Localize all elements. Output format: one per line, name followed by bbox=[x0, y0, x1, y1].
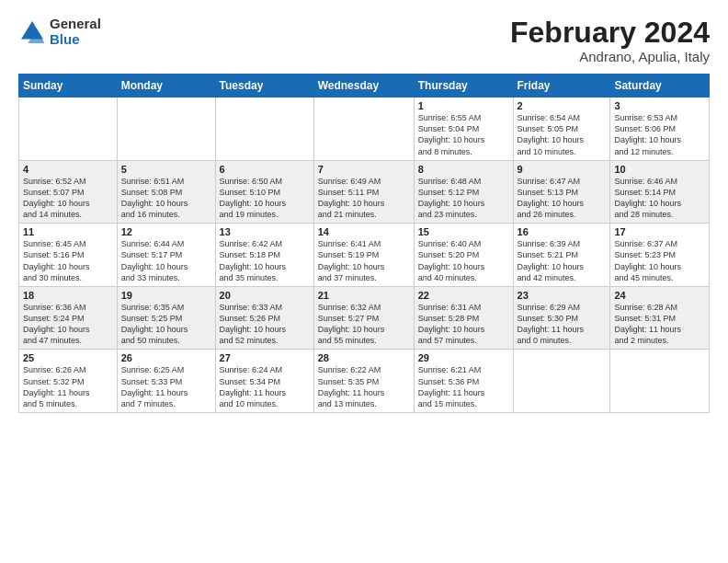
table-row: 16Sunrise: 6:39 AM Sunset: 5:21 PM Dayli… bbox=[513, 224, 610, 287]
day-number: 23 bbox=[518, 290, 607, 301]
day-number: 15 bbox=[418, 226, 509, 237]
day-info: Sunrise: 6:55 AM Sunset: 5:04 PM Dayligh… bbox=[418, 112, 509, 157]
table-row: 13Sunrise: 6:42 AM Sunset: 5:18 PM Dayli… bbox=[215, 224, 313, 287]
table-row: 17Sunrise: 6:37 AM Sunset: 5:23 PM Dayli… bbox=[610, 224, 710, 287]
logo: General Blue bbox=[18, 17, 101, 47]
table-row: 20Sunrise: 6:33 AM Sunset: 5:26 PM Dayli… bbox=[215, 286, 313, 350]
table-row: 19Sunrise: 6:35 AM Sunset: 5:25 PM Dayli… bbox=[117, 286, 215, 350]
day-number: 7 bbox=[318, 164, 410, 175]
table-row: 18Sunrise: 6:36 AM Sunset: 5:24 PM Dayli… bbox=[19, 286, 118, 350]
day-info: Sunrise: 6:33 AM Sunset: 5:26 PM Dayligh… bbox=[220, 302, 310, 347]
day-number: 4 bbox=[23, 164, 113, 175]
table-row: 2Sunrise: 6:54 AM Sunset: 5:05 PM Daylig… bbox=[513, 98, 610, 161]
page: General Blue February 2024 Andrano, Apul… bbox=[0, 0, 728, 563]
day-number: 5 bbox=[121, 164, 211, 175]
table-row: 23Sunrise: 6:29 AM Sunset: 5:30 PM Dayli… bbox=[513, 286, 610, 350]
table-row: 5Sunrise: 6:51 AM Sunset: 5:08 PM Daylig… bbox=[117, 160, 215, 224]
table-row: 22Sunrise: 6:31 AM Sunset: 5:28 PM Dayli… bbox=[414, 286, 513, 350]
table-row bbox=[117, 98, 215, 161]
day-number: 6 bbox=[220, 164, 310, 175]
calendar-week-row: 11Sunrise: 6:45 AM Sunset: 5:16 PM Dayli… bbox=[19, 224, 710, 287]
table-row: 14Sunrise: 6:41 AM Sunset: 5:19 PM Dayli… bbox=[313, 224, 414, 287]
table-row: 27Sunrise: 6:24 AM Sunset: 5:34 PM Dayli… bbox=[215, 350, 313, 413]
day-number: 10 bbox=[614, 164, 705, 175]
calendar-table: Sunday Monday Tuesday Wednesday Thursday… bbox=[18, 74, 710, 413]
main-title: February 2024 bbox=[510, 17, 710, 49]
table-row: 21Sunrise: 6:32 AM Sunset: 5:27 PM Dayli… bbox=[313, 286, 414, 350]
col-thursday: Thursday bbox=[414, 75, 513, 98]
day-number: 19 bbox=[121, 290, 211, 301]
day-info: Sunrise: 6:54 AM Sunset: 5:05 PM Dayligh… bbox=[518, 112, 607, 157]
calendar-header-row: Sunday Monday Tuesday Wednesday Thursday… bbox=[19, 75, 710, 98]
calendar-week-row: 18Sunrise: 6:36 AM Sunset: 5:24 PM Dayli… bbox=[19, 286, 710, 350]
day-info: Sunrise: 6:29 AM Sunset: 5:30 PM Dayligh… bbox=[518, 302, 607, 347]
table-row: 12Sunrise: 6:44 AM Sunset: 5:17 PM Dayli… bbox=[117, 224, 215, 287]
day-info: Sunrise: 6:39 AM Sunset: 5:21 PM Dayligh… bbox=[518, 238, 607, 283]
day-info: Sunrise: 6:42 AM Sunset: 5:18 PM Dayligh… bbox=[220, 238, 310, 283]
table-row: 9Sunrise: 6:47 AM Sunset: 5:13 PM Daylig… bbox=[513, 160, 610, 224]
day-number: 28 bbox=[318, 352, 410, 363]
calendar-week-row: 4Sunrise: 6:52 AM Sunset: 5:07 PM Daylig… bbox=[19, 160, 710, 224]
day-number: 18 bbox=[23, 290, 113, 301]
table-row: 8Sunrise: 6:48 AM Sunset: 5:12 PM Daylig… bbox=[414, 160, 513, 224]
day-number: 24 bbox=[614, 290, 705, 301]
col-wednesday: Wednesday bbox=[313, 75, 414, 98]
day-number: 25 bbox=[23, 352, 113, 363]
day-info: Sunrise: 6:25 AM Sunset: 5:33 PM Dayligh… bbox=[121, 364, 211, 409]
day-number: 1 bbox=[418, 100, 509, 111]
table-row: 3Sunrise: 6:53 AM Sunset: 5:06 PM Daylig… bbox=[610, 98, 710, 161]
day-number: 21 bbox=[318, 290, 410, 301]
day-number: 3 bbox=[614, 100, 705, 111]
day-number: 29 bbox=[418, 352, 509, 363]
col-sunday: Sunday bbox=[19, 75, 118, 98]
table-row: 25Sunrise: 6:26 AM Sunset: 5:32 PM Dayli… bbox=[19, 350, 118, 413]
day-number: 14 bbox=[318, 226, 410, 237]
col-monday: Monday bbox=[117, 75, 215, 98]
table-row: 1Sunrise: 6:55 AM Sunset: 5:04 PM Daylig… bbox=[414, 98, 513, 161]
table-row: 28Sunrise: 6:22 AM Sunset: 5:35 PM Dayli… bbox=[313, 350, 414, 413]
logo-general: General bbox=[50, 17, 101, 32]
day-info: Sunrise: 6:36 AM Sunset: 5:24 PM Dayligh… bbox=[23, 302, 113, 347]
table-row: 24Sunrise: 6:28 AM Sunset: 5:31 PM Dayli… bbox=[610, 286, 710, 350]
day-number: 9 bbox=[518, 164, 607, 175]
logo-text: General Blue bbox=[50, 17, 101, 47]
day-info: Sunrise: 6:35 AM Sunset: 5:25 PM Dayligh… bbox=[121, 302, 211, 347]
logo-icon bbox=[18, 18, 46, 46]
table-row bbox=[19, 98, 118, 161]
table-row: 10Sunrise: 6:46 AM Sunset: 5:14 PM Dayli… bbox=[610, 160, 710, 224]
col-tuesday: Tuesday bbox=[215, 75, 313, 98]
day-number: 26 bbox=[121, 352, 211, 363]
day-info: Sunrise: 6:48 AM Sunset: 5:12 PM Dayligh… bbox=[418, 176, 509, 221]
day-info: Sunrise: 6:24 AM Sunset: 5:34 PM Dayligh… bbox=[220, 364, 310, 409]
col-friday: Friday bbox=[513, 75, 610, 98]
table-row: 15Sunrise: 6:40 AM Sunset: 5:20 PM Dayli… bbox=[414, 224, 513, 287]
calendar-week-row: 25Sunrise: 6:26 AM Sunset: 5:32 PM Dayli… bbox=[19, 350, 710, 413]
table-row: 11Sunrise: 6:45 AM Sunset: 5:16 PM Dayli… bbox=[19, 224, 118, 287]
table-row: 7Sunrise: 6:49 AM Sunset: 5:11 PM Daylig… bbox=[313, 160, 414, 224]
day-info: Sunrise: 6:47 AM Sunset: 5:13 PM Dayligh… bbox=[518, 176, 607, 221]
day-info: Sunrise: 6:53 AM Sunset: 5:06 PM Dayligh… bbox=[614, 112, 705, 157]
day-info: Sunrise: 6:44 AM Sunset: 5:17 PM Dayligh… bbox=[121, 238, 211, 283]
day-info: Sunrise: 6:37 AM Sunset: 5:23 PM Dayligh… bbox=[614, 238, 705, 283]
day-info: Sunrise: 6:28 AM Sunset: 5:31 PM Dayligh… bbox=[614, 302, 705, 347]
day-number: 17 bbox=[614, 226, 705, 237]
day-number: 16 bbox=[518, 226, 607, 237]
day-number: 2 bbox=[518, 100, 607, 111]
logo-blue: Blue bbox=[50, 32, 101, 48]
day-info: Sunrise: 6:52 AM Sunset: 5:07 PM Dayligh… bbox=[23, 176, 113, 221]
calendar-week-row: 1Sunrise: 6:55 AM Sunset: 5:04 PM Daylig… bbox=[19, 98, 710, 161]
day-number: 8 bbox=[418, 164, 509, 175]
day-info: Sunrise: 6:41 AM Sunset: 5:19 PM Dayligh… bbox=[318, 238, 410, 283]
day-info: Sunrise: 6:26 AM Sunset: 5:32 PM Dayligh… bbox=[23, 364, 113, 409]
day-info: Sunrise: 6:51 AM Sunset: 5:08 PM Dayligh… bbox=[121, 176, 211, 221]
table-row: 26Sunrise: 6:25 AM Sunset: 5:33 PM Dayli… bbox=[117, 350, 215, 413]
table-row bbox=[215, 98, 313, 161]
day-info: Sunrise: 6:22 AM Sunset: 5:35 PM Dayligh… bbox=[318, 364, 410, 409]
table-row bbox=[313, 98, 414, 161]
day-number: 22 bbox=[418, 290, 509, 301]
table-row bbox=[610, 350, 710, 413]
day-number: 11 bbox=[23, 226, 113, 237]
subtitle: Andrano, Apulia, Italy bbox=[510, 49, 710, 64]
title-block: February 2024 Andrano, Apulia, Italy bbox=[510, 17, 710, 64]
day-info: Sunrise: 6:31 AM Sunset: 5:28 PM Dayligh… bbox=[418, 302, 509, 347]
